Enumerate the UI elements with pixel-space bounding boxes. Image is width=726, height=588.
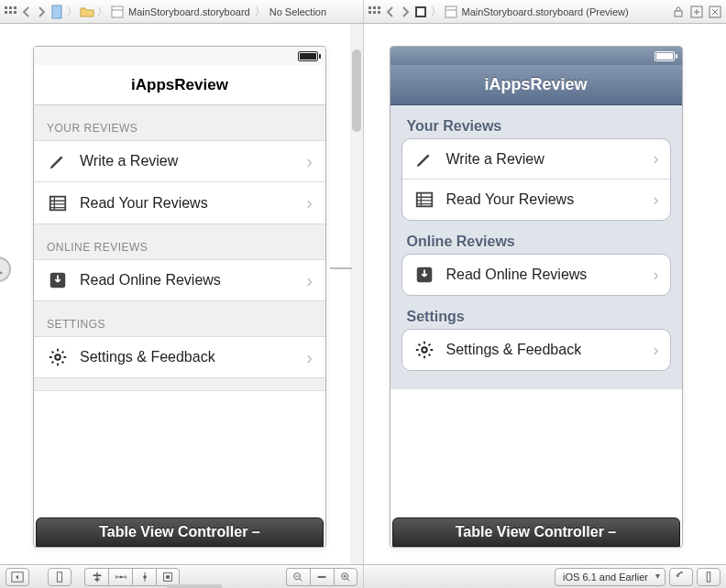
related-items-icon[interactable] [4,5,18,19]
cell-label: Read Your Reviews [446,191,643,208]
left-jump-bar: 〉 〉 MainStoryboard.storyboard 〉 No Selec… [0,0,363,24]
zoom-actual-button[interactable] [310,568,334,586]
storyboard-icon[interactable] [110,5,125,19]
left-editor-pane: 〉 〉 MainStoryboard.storyboard 〉 No Selec… [0,0,364,588]
storyboard-entry-indicator[interactable] [0,256,11,282]
nav-title: iAppsReview [131,76,228,94]
nav-forward-icon[interactable] [399,5,412,18]
cell-read-reviews[interactable]: Read Your Reviews › [402,180,670,220]
gear-icon [47,346,69,368]
svg-rect-5 [14,11,16,14]
zoom-in-button[interactable] [334,568,358,586]
folder-icon[interactable] [80,5,94,19]
layout-button[interactable] [48,568,72,586]
download-icon [413,264,435,286]
device-size-toggle[interactable] [697,568,720,586]
cell-read-online[interactable]: Read Online Reviews › [402,255,670,295]
pin-button[interactable] [108,568,132,586]
controller-label: Table View Controller – [99,524,259,540]
storyboard-segue-line [330,267,352,269]
chevron-right-icon: › [306,151,313,172]
status-bar [390,47,682,65]
lock-icon[interactable] [671,5,686,19]
storyboard-icon[interactable] [444,5,458,19]
cell-write-review[interactable]: Write a Review › [34,140,325,182]
svg-rect-20 [94,578,99,580]
right-preview-pane: 〉 MainStoryboard.storyboard (Preview) iA… [364,0,727,588]
ios7-scene[interactable]: iAppsReview YOUR REVIEWS Write a Review … [33,46,326,548]
resizing-button[interactable] [156,568,180,586]
svg-point-26 [143,575,147,579]
left-canvas[interactable]: iAppsReview YOUR REVIEWS Write a Review … [0,24,363,588]
svg-rect-41 [373,11,376,14]
cell-write-review[interactable]: Write a Review › [402,139,670,180]
pencil-icon [413,148,435,170]
scrollbar-thumb[interactable] [352,49,361,132]
svg-rect-3 [5,11,7,14]
constraint-buttons [84,568,180,586]
document-outline-toggle[interactable] [6,568,29,586]
list-icon [413,189,435,211]
section-header: Settings [390,296,682,329]
close-assistant-icon[interactable] [708,5,722,19]
scene-dock[interactable]: Table View Controller – [36,517,324,547]
svg-rect-44 [417,8,424,16]
controller-label: Table View Controller – [456,524,616,540]
gear-icon [413,339,435,361]
navigation-bar: iAppsReview [390,65,682,105]
zoom-out-button[interactable] [286,568,310,586]
svg-rect-38 [373,6,376,9]
nav-forward-icon[interactable] [35,5,48,18]
svg-rect-1 [9,6,12,9]
nav-title: iAppsReview [484,75,587,94]
table-view: YOUR REVIEWS Write a Review › Read Your … [34,105,325,391]
svg-line-34 [346,578,349,581]
cell-read-reviews[interactable]: Read Your Reviews › [34,182,325,224]
resolve-button[interactable] [132,568,156,586]
chevron-right-icon: › [654,149,659,169]
svg-rect-39 [378,6,380,9]
ios-version-select[interactable]: iOS 6.1 and Earlier [555,568,666,586]
section-header: Online Reviews [390,221,682,254]
breadcrumb-selection[interactable]: No Selection [268,6,328,17]
right-canvas[interactable]: iAppsReview Your Reviews Write a Review … [364,24,727,588]
cell-label: Read Online Reviews [80,272,295,289]
breadcrumb-file[interactable]: MainStoryboard.storyboard (Preview) [460,6,631,17]
svg-rect-19 [93,574,101,576]
list-icon [47,192,69,214]
table-view: Your Reviews Write a Review › Read Your … [390,105,682,389]
preview-icon[interactable] [413,5,428,19]
chevron-right-icon: › [654,341,659,360]
cell-settings[interactable]: Settings & Feedback › [34,336,325,378]
svg-rect-40 [368,11,371,14]
svg-rect-42 [378,11,380,14]
nav-back-icon[interactable] [20,5,33,18]
cell-settings[interactable]: Settings & Feedback › [402,330,670,370]
cell-label: Read Your Reviews [80,195,295,212]
file-icon[interactable] [50,5,64,19]
svg-rect-7 [112,6,123,17]
vertical-scrollbar[interactable] [350,24,363,588]
preview-bottom-bar: iOS 6.1 and Earlier [364,564,727,588]
chevron-right-icon: › [306,192,313,213]
svg-point-60 [422,347,427,353]
ios6-preview-scene[interactable]: iAppsReview Your Reviews Write a Review … [390,46,683,548]
cell-read-online[interactable]: Read Online Reviews › [34,259,325,301]
add-assistant-icon[interactable] [689,5,704,19]
align-button[interactable] [84,568,108,586]
scene-dock[interactable]: Table View Controller – [392,517,680,547]
orientation-toggle[interactable] [669,568,693,586]
zoom-buttons [286,568,358,586]
horizontal-scroll-thumb[interactable] [167,584,222,588]
section-header: SETTINGS [34,301,325,336]
breadcrumb-file[interactable]: MainStoryboard.storyboard [126,6,252,17]
svg-point-24 [119,575,122,578]
related-items-icon[interactable] [368,5,382,19]
svg-rect-0 [5,6,7,9]
nav-back-icon[interactable] [384,5,397,18]
battery-icon [298,51,318,61]
breadcrumb-sep: 〉 [67,5,77,18]
section-header: Your Reviews [390,105,682,138]
svg-rect-61 [707,572,710,582]
svg-rect-45 [446,6,456,17]
